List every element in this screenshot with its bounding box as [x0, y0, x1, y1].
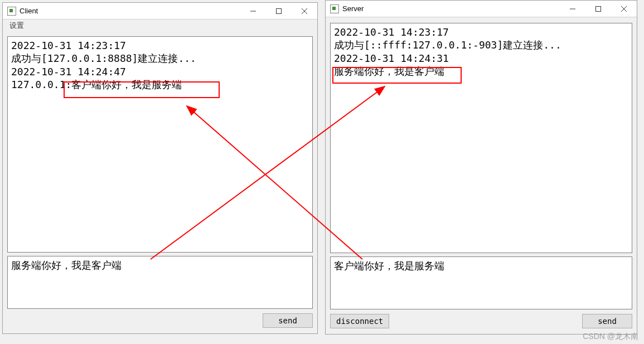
- close-button[interactable]: [611, 1, 637, 17]
- client-titlebar[interactable]: Client: [3, 3, 317, 20]
- server-disconnect-button[interactable]: disconnect: [330, 314, 389, 328]
- server-log-box[interactable]: 2022-10-31 14:23:17 成功与[::ffff:127.0.0.1…: [330, 23, 632, 253]
- maximize-button[interactable]: [585, 1, 611, 17]
- minimize-button[interactable]: [240, 3, 266, 19]
- client-content: 2022-10-31 14:23:17 成功与[127.0.0.1:8888]建…: [3, 32, 317, 333]
- app-icon: [7, 7, 16, 16]
- server-input[interactable]: 客户端你好，我是服务端: [330, 256, 632, 309]
- client-title: Client: [20, 7, 240, 15]
- window-controls: [240, 3, 317, 19]
- client-window: Client 设置 2022-10-31 14:23:17 成功与[127.0.…: [2, 2, 318, 334]
- settings-menu[interactable]: 设置: [6, 20, 27, 32]
- server-title: Server: [342, 4, 560, 13]
- server-send-button[interactable]: send: [582, 314, 632, 328]
- minimize-icon: [570, 6, 575, 12]
- maximize-button[interactable]: [266, 3, 292, 19]
- close-button[interactable]: [292, 3, 317, 19]
- server-button-row: disconnect send: [330, 313, 632, 330]
- svg-rect-1: [277, 8, 282, 13]
- client-menubar: 设置: [3, 20, 317, 32]
- app-icon: [330, 4, 339, 13]
- client-input[interactable]: 服务端你好，我是客户端: [7, 256, 313, 309]
- client-button-row: send: [7, 312, 313, 329]
- close-icon: [621, 6, 627, 12]
- minimize-icon: [250, 8, 256, 14]
- window-controls: [560, 1, 637, 17]
- watermark: CSDN @龙木南: [583, 332, 638, 342]
- client-send-button[interactable]: send: [263, 313, 313, 328]
- maximize-icon: [595, 6, 601, 12]
- server-titlebar[interactable]: Server: [326, 1, 637, 17]
- maximize-icon: [276, 8, 282, 14]
- server-content: 2022-10-31 14:23:17 成功与[::ffff:127.0.0.1…: [326, 17, 637, 334]
- svg-rect-5: [596, 6, 601, 11]
- close-icon: [302, 8, 307, 14]
- client-log-box[interactable]: 2022-10-31 14:23:17 成功与[127.0.0.1:8888]建…: [7, 36, 313, 253]
- server-window: Server 2022-10-31 14:23:17 成功与[::ffff:12…: [325, 0, 637, 335]
- minimize-button[interactable]: [560, 1, 585, 17]
